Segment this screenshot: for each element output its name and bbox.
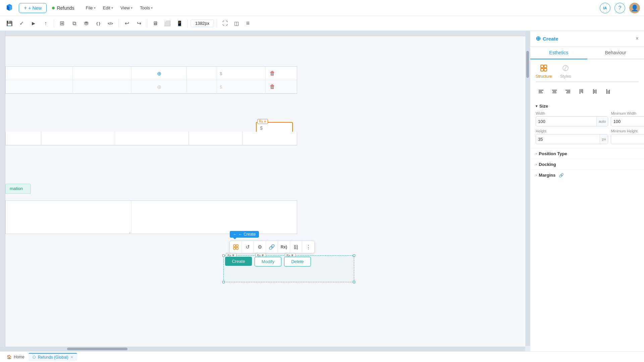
docking-section[interactable]: › Docking <box>530 159 644 170</box>
help-button[interactable]: ? <box>614 3 625 13</box>
table-cell-dollar[interactable]: $ <box>217 67 266 80</box>
play-button[interactable]: ▶ <box>28 18 39 29</box>
menu-item-tools[interactable]: Tools ▾ <box>137 4 156 12</box>
menu-item-edit-label: Edit <box>103 5 110 10</box>
settings-action-btn[interactable]: ⚙ <box>254 241 266 253</box>
canvas-width-display: 1382px <box>191 19 214 27</box>
svg-rect-25 <box>608 90 608 94</box>
tab-home[interactable]: 🏠 Home <box>3 353 29 361</box>
textarea-left[interactable]: ⌟ <box>6 201 131 234</box>
redo-button[interactable]: ↪ <box>133 18 144 29</box>
table-cell[interactable]: ⊕ <box>131 80 187 94</box>
width-input[interactable] <box>536 119 596 124</box>
layers-button[interactable]: ⧉ <box>69 18 79 29</box>
close-tab-button[interactable]: ✕ <box>70 355 73 359</box>
new-button[interactable]: + + New <box>19 3 47 13</box>
selection-handle-bl <box>222 281 225 283</box>
align-center-v-button[interactable] <box>589 86 600 97</box>
align-right-button[interactable] <box>562 86 573 97</box>
horizontal-scroll-thumb[interactable] <box>67 348 127 350</box>
code-block-button[interactable]: { } <box>93 18 104 29</box>
position-type-section[interactable]: › Position Type <box>530 148 644 159</box>
divider-3 <box>147 19 147 27</box>
database-button[interactable]: ⛃ <box>81 18 92 29</box>
divider-2 <box>118 19 119 27</box>
menu-item-edit[interactable]: Edit ▾ <box>100 4 116 12</box>
code-button[interactable]: </> <box>105 18 116 29</box>
avatar-placeholder: 👤 <box>631 4 638 12</box>
table-cell[interactable] <box>6 80 73 94</box>
tab-refunds-global-label: Refunds (Global) <box>38 355 68 360</box>
table-cell[interactable] <box>115 132 189 145</box>
subtab-styles[interactable]: Styles <box>560 63 571 79</box>
align-bottom-button[interactable] <box>603 86 613 97</box>
table-cell[interactable] <box>6 67 73 80</box>
resize-handle[interactable]: ⌟ <box>129 230 130 234</box>
table-cell[interactable] <box>243 132 289 145</box>
size-section-header[interactable]: ▾ Size <box>536 101 639 111</box>
check-button[interactable]: ✓ <box>16 18 27 29</box>
mobile-view-button[interactable]: 📱 <box>174 18 185 29</box>
tab-refunds-global[interactable]: ⬡ Refunds (Global) ✕ <box>29 353 77 361</box>
ia-badge[interactable]: IA <box>600 3 610 13</box>
tab-refunds-icon: ⬡ <box>33 355 36 359</box>
redo-icon: ↪ <box>137 20 141 26</box>
table-cell[interactable] <box>6 132 41 145</box>
vertical-scrollbar[interactable] <box>525 31 530 346</box>
align-center-h-button[interactable] <box>549 86 560 97</box>
margins-section[interactable]: › Margins 🔗 <box>530 170 644 180</box>
fullscreen-button[interactable]: ⛶ <box>220 18 230 29</box>
export-button[interactable]: ↑ <box>40 18 51 29</box>
layout-button[interactable]: ◫ <box>231 18 242 29</box>
refresh-action-btn[interactable]: ↺ <box>242 241 254 253</box>
modify-button[interactable]: Modify <box>255 257 281 266</box>
undo-button[interactable]: ↩ <box>121 18 132 29</box>
panel-close-button[interactable]: × <box>636 36 639 42</box>
align-top-button[interactable] <box>576 86 587 97</box>
svg-rect-3 <box>236 247 238 249</box>
px-value: 1382px <box>195 21 210 26</box>
delete-cell[interactable]: 🗑 <box>266 67 279 80</box>
settings-button[interactable]: ≡ <box>243 18 253 29</box>
link-action-btn[interactable]: 🔗 <box>266 241 278 253</box>
horizontal-ruler <box>0 31 525 36</box>
min-height-input[interactable] <box>611 137 644 142</box>
structure-action-btn[interactable] <box>230 241 242 253</box>
components-button[interactable]: ⊞ <box>57 18 67 29</box>
canvas-area[interactable]: ⊕ $ 🗑 ⊕ <box>0 31 530 351</box>
table-section-2 <box>5 132 297 145</box>
delete-cell-2[interactable]: 🗑 <box>266 80 279 94</box>
rx-action-btn[interactable]: Rx) <box>278 241 290 253</box>
table-cell[interactable] <box>41 132 115 145</box>
textarea-right[interactable] <box>131 201 297 234</box>
table-cell[interactable]: ⊕ <box>131 67 187 80</box>
menu-item-view[interactable]: View ▾ <box>117 4 136 12</box>
vertical-scroll-thumb[interactable] <box>526 51 529 78</box>
desktop-view-button[interactable]: 🖥 <box>150 18 161 29</box>
table-cell[interactable] <box>187 80 217 94</box>
chain-action-btn[interactable]: ⛓ <box>290 241 302 253</box>
table-cell[interactable] <box>73 67 131 80</box>
tab-behaviour[interactable]: Behaviour <box>587 47 644 59</box>
horizontal-scrollbar[interactable] <box>0 347 525 351</box>
selection-handle-tl <box>222 254 225 257</box>
height-input[interactable] <box>536 137 600 142</box>
align-left-button[interactable] <box>536 86 546 97</box>
tab-esthetics[interactable]: Esthetics <box>530 47 587 59</box>
more-action-btn[interactable]: ⋮ <box>302 241 314 253</box>
table-cell[interactable] <box>187 67 217 80</box>
table-cell[interactable] <box>73 80 131 94</box>
save-button[interactable]: 💾 <box>4 18 15 29</box>
undo-icon: ↩ <box>125 20 129 26</box>
menu-item-file[interactable]: File ▾ <box>83 4 99 12</box>
delete-icon: 🗑 <box>270 70 275 76</box>
tablet-view-button[interactable]: ⬜ <box>162 18 173 29</box>
table-cell-dollar-2[interactable]: $ <box>217 80 266 94</box>
create-button[interactable]: Create <box>225 257 252 266</box>
table-cell[interactable] <box>189 132 243 145</box>
delete-btn-wrap: Rx 👁 Delete <box>284 257 311 266</box>
avatar[interactable]: 👤 <box>629 3 640 13</box>
min-width-input[interactable] <box>611 119 644 124</box>
subtab-structure[interactable]: Structure <box>536 63 552 79</box>
delete-button[interactable]: Delete <box>284 257 311 266</box>
